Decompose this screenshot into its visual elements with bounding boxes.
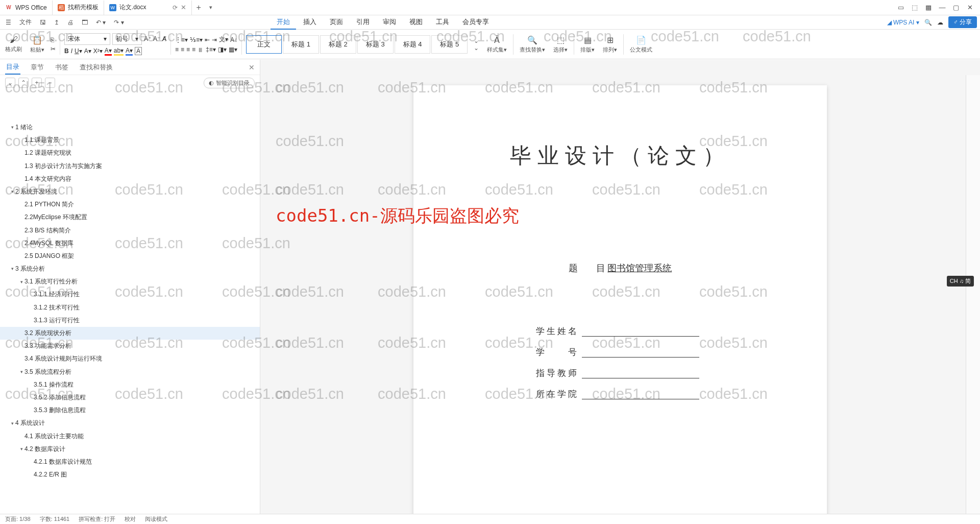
highlight-button[interactable]: ab▾: [114, 47, 124, 56]
decrease-font-icon[interactable]: A⁻: [153, 35, 160, 42]
outline-item[interactable]: 2.5 DJANGO 框架: [0, 250, 260, 263]
outline-item[interactable]: 3.5.2 添加信息流程: [0, 391, 260, 404]
menu-tab-插入[interactable]: 插入: [297, 15, 323, 30]
search-icon[interactable]: 🔍: [924, 19, 932, 26]
minimize-button[interactable]: —: [936, 2, 948, 14]
align-center-icon[interactable]: ≡: [181, 46, 184, 53]
increase-indent-icon[interactable]: ⇥: [212, 36, 217, 43]
add-item-button[interactable]: +: [32, 78, 42, 88]
close-window-button[interactable]: ✕: [964, 2, 976, 14]
outline-item[interactable]: 4.2.2 E/R 图: [0, 468, 260, 481]
preview-icon[interactable]: 🗔: [79, 17, 90, 28]
style-标题 2[interactable]: 标题 2: [320, 35, 356, 54]
reload-icon[interactable]: ⟳: [173, 4, 178, 11]
menu-tab-工具[interactable]: 工具: [430, 15, 455, 30]
shading-button[interactable]: ◨▾: [218, 46, 227, 53]
style-标题 5[interactable]: 标题 5: [431, 35, 468, 54]
outline-item[interactable]: 2.4MySQL 数据库: [0, 237, 260, 250]
export-icon[interactable]: ↥: [52, 17, 62, 28]
bold-button[interactable]: B: [64, 47, 69, 55]
outline-item[interactable]: 1.1 课题背景: [0, 134, 260, 147]
outline-item[interactable]: ▾3 系统分析: [0, 263, 260, 275]
outline-item[interactable]: ▾3.5 系统流程分析: [0, 366, 260, 378]
font-select[interactable]: 宋体▾: [64, 33, 110, 45]
decrease-indent-icon[interactable]: ⇤: [205, 36, 210, 43]
menu-tab-页面[interactable]: 页面: [324, 15, 349, 30]
cut-icon[interactable]: ✂: [51, 45, 56, 53]
read-mode-button[interactable]: 阅读模式: [145, 515, 167, 523]
close-nav-icon[interactable]: ✕: [249, 63, 255, 72]
style-set-button[interactable]: Ǎ样式集▾: [485, 35, 509, 54]
nav-tab-章节[interactable]: 章节: [30, 61, 45, 74]
bullets-button[interactable]: ⋮≡▾: [175, 36, 188, 43]
outline-item[interactable]: 2.1 PYTHON 简介: [0, 198, 260, 211]
line-spacing-button[interactable]: ‡≡▾: [206, 46, 216, 53]
font-size-select[interactable]: 初号▾: [112, 33, 142, 45]
outline-item[interactable]: 3.1.3 运行可行性: [0, 314, 260, 327]
align-button[interactable]: ⊞排列▾: [601, 35, 619, 54]
hamburger-icon[interactable]: ☰: [3, 17, 14, 28]
outline-item[interactable]: 3.1.1 经济可行性: [0, 288, 260, 301]
maximize-button[interactable]: ▢: [950, 2, 962, 14]
sort-icon[interactable]: A↓: [230, 36, 237, 43]
expand-icon[interactable]: ▾: [9, 188, 15, 195]
paste-button[interactable]: 📋粘贴▾: [28, 35, 46, 54]
align-justify-icon[interactable]: ≡: [192, 46, 195, 53]
nav-tab-查找和替换[interactable]: 查找和替换: [79, 61, 114, 74]
align-left-icon[interactable]: ≡: [175, 46, 179, 53]
outline-item[interactable]: 3.2 系统现状分析: [0, 327, 260, 340]
expand-icon[interactable]: ▾: [9, 420, 15, 427]
right-sidebar[interactable]: [966, 75, 980, 514]
smart-toc-button[interactable]: ◐ 智能识别目录: [204, 78, 255, 88]
outline-item[interactable]: ▾1 绪论: [0, 121, 260, 134]
avatar-icon[interactable]: ▩: [922, 2, 935, 14]
outline-item[interactable]: 3.4 系统设计规则与运行环境: [0, 352, 260, 365]
tab-menu-button[interactable]: ▾: [205, 4, 216, 11]
share-button[interactable]: ♂ 分享: [948, 16, 977, 28]
file-menu[interactable]: 文件: [17, 16, 34, 28]
print-icon[interactable]: 🖨: [65, 17, 76, 28]
tab-wps-office[interactable]: WWPS Office: [0, 1, 53, 15]
add-tab-button[interactable]: +: [192, 3, 205, 12]
superscript-button[interactable]: X²▾: [93, 47, 103, 55]
save-icon[interactable]: 🖫: [37, 17, 48, 28]
tab-daoke[interactable]: 稻找稻壳模板: [53, 1, 104, 15]
outline-item[interactable]: 2.2MyEclipse 环境配置: [0, 211, 260, 224]
clear-format-icon[interactable]: A̸: [162, 35, 166, 42]
proof-button[interactable]: 校对: [125, 515, 136, 523]
box-icon[interactable]: ⬚: [909, 2, 921, 14]
outline-item[interactable]: 3.5.1 操作流程: [0, 378, 260, 391]
outline-item[interactable]: 1.2 课题研究现状: [0, 147, 260, 159]
outline-item[interactable]: 3.5.3 删除信息流程: [0, 404, 260, 417]
page[interactable]: 毕业设计（论文） 题 目 图书馆管理系统 学生姓名学 号指导教师所在学院: [413, 85, 827, 514]
outline-item[interactable]: ▾4 系统设计: [0, 417, 260, 430]
numbering-button[interactable]: ⅓≡▾: [190, 36, 203, 43]
outline-item[interactable]: 1.4 本文研究内容: [0, 173, 260, 185]
remove-item-button[interactable]: −: [45, 78, 55, 88]
format-brush-button[interactable]: 🖌格式刷: [3, 35, 24, 53]
char-border-button[interactable]: A: [135, 47, 142, 55]
menu-tab-会员专享[interactable]: 会员专享: [456, 15, 495, 30]
menu-tab-审阅[interactable]: 审阅: [377, 15, 402, 30]
tab-document[interactable]: W论文.docx⟳✕: [104, 1, 192, 15]
expand-icon[interactable]: ▾: [18, 368, 24, 375]
undo-button[interactable]: ↶ ▾: [93, 17, 108, 28]
outline-item[interactable]: 2.3 B/S 结构简介: [0, 224, 260, 237]
underline-button[interactable]: U▾: [75, 47, 82, 55]
outline-item[interactable]: 4.1 系统设计主要功能: [0, 430, 260, 443]
collapse-all-button[interactable]: ⌄: [5, 78, 15, 88]
style-正文[interactable]: 正文: [246, 35, 282, 54]
find-replace-button[interactable]: 🔍查找替换▾: [518, 35, 547, 54]
fill-color-button[interactable]: A▾: [126, 47, 133, 56]
close-tab-icon[interactable]: ✕: [181, 4, 186, 11]
outline-item[interactable]: ▾4.2 数据库设计: [0, 443, 260, 456]
outline-item[interactable]: ▾2 系统开发环境: [0, 185, 260, 198]
outline-item[interactable]: ▾3.1 系统可行性分析: [0, 275, 260, 288]
doc-mode-button[interactable]: 📄公文模式: [628, 35, 654, 54]
distribute-icon[interactable]: ⫼: [198, 46, 204, 53]
text-direction-icon[interactable]: 文▾: [219, 35, 228, 44]
expand-icon[interactable]: ▾: [9, 265, 15, 272]
outline-item[interactable]: 4.2.1 数据库设计规范: [0, 456, 260, 468]
expand-icon[interactable]: ▾: [18, 278, 24, 285]
outline-item[interactable]: 3.1.2 技术可行性: [0, 301, 260, 314]
